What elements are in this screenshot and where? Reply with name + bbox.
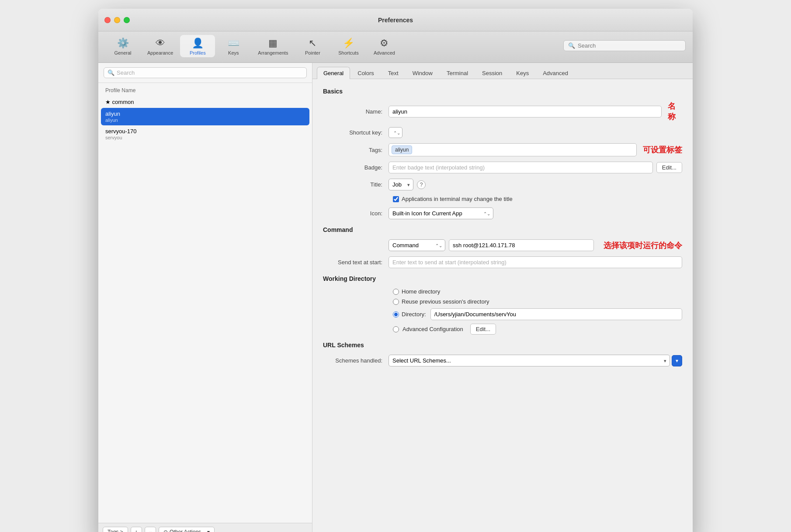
radio-directory-input[interactable] (393, 311, 399, 318)
add-profile-button[interactable]: + (131, 527, 142, 532)
title-label: Title: (323, 181, 389, 188)
tags-control: aliyun 可设置标签 (389, 143, 682, 156)
search-icon: 🔍 (568, 42, 575, 49)
profile-item-aliyun[interactable]: aliyun aliyun (101, 108, 309, 125)
fullscreen-button[interactable] (124, 17, 130, 23)
sub-tabs: General Colors Text Window Terminal Sess… (312, 63, 693, 79)
badge-edit-button[interactable]: Edit... (656, 162, 682, 173)
sidebar-search-inner: 🔍 (104, 67, 307, 78)
badge-row-inner: Edit... (389, 162, 682, 173)
close-button[interactable] (104, 17, 111, 23)
shortcut-key-wrapper (389, 127, 402, 138)
title-select-wrap: Job (389, 179, 413, 190)
icon-select[interactable]: Built-in Icon for Current App (389, 207, 493, 219)
name-input[interactable] (389, 106, 662, 117)
profiles-icon: 👤 (192, 38, 204, 49)
toolbar-item-general[interactable]: ⚙️ General (105, 35, 140, 57)
radio-home-label: Home directory (402, 288, 440, 295)
schemes-control: Select URL Schemes... ▾ (389, 355, 682, 366)
shortcut-key-label: Shortcut key: (323, 129, 389, 136)
toolbar-item-arrangements[interactable]: ▦ Arrangements (252, 35, 294, 57)
icon-row: Icon: Built-in Icon for Current App (323, 207, 682, 219)
advanced-config-edit-button[interactable]: Edit... (470, 324, 496, 335)
profile-list-header: Profile Name (101, 86, 309, 96)
tab-session[interactable]: Session (475, 67, 509, 79)
shortcut-select (389, 127, 682, 138)
toolbar-label-general: General (114, 50, 131, 55)
tab-text[interactable]: Text (382, 67, 405, 79)
radio-home: Home directory (393, 288, 682, 295)
toolbar-search: 🔍 (563, 40, 686, 51)
title-help-button[interactable]: ? (417, 180, 426, 189)
title-row-inner: Job ? (389, 179, 682, 190)
minimize-button[interactable] (114, 17, 120, 23)
tab-general[interactable]: General (317, 67, 350, 79)
profile-subtitle-aliyun: aliyun (105, 117, 305, 123)
profile-item-common[interactable]: ★ common (101, 96, 309, 108)
main-content: 🔍 Profile Name ★ common aliyun aliyun se… (98, 63, 693, 532)
name-row: Name: 名称 (323, 101, 682, 122)
tags-field[interactable]: aliyun (389, 143, 637, 156)
directory-input[interactable] (430, 308, 682, 320)
working-dir-title: Working Directory (323, 275, 682, 282)
basics-section-title: Basics (323, 88, 682, 95)
toolbar-item-keys[interactable]: ⌨️ Keys (216, 35, 251, 57)
command-type-select[interactable]: Command (389, 239, 445, 251)
shortcuts-icon: ⚡ (343, 38, 354, 49)
toolbar-item-shortcuts[interactable]: ⚡ Shortcuts (331, 35, 366, 57)
send-text-row: Send text at start: (323, 256, 682, 268)
name-control: 名称 (389, 101, 682, 122)
profile-item-servyou[interactable]: servyou-170 servyou (101, 125, 309, 143)
tag-badge-aliyun: aliyun (392, 145, 412, 154)
tab-window[interactable]: Window (406, 67, 439, 79)
sidebar-search-input[interactable] (117, 69, 303, 76)
app-title-label: Applications in terminal may change the … (402, 196, 513, 202)
badge-label: Badge: (323, 164, 389, 171)
send-text-label: Send text at start: (323, 259, 389, 266)
shortcut-key-select[interactable] (389, 127, 402, 138)
toolbar-label-shortcuts: Shortcuts (338, 50, 358, 55)
tab-keys[interactable]: Keys (510, 67, 535, 79)
tab-advanced[interactable]: Advanced (536, 67, 575, 79)
schemes-label: Schemes handled: (323, 357, 389, 364)
title-select[interactable]: Job (389, 179, 413, 190)
badge-control: Edit... (389, 162, 682, 173)
shortcut-key-control (389, 127, 682, 138)
icon-select-wrap: Built-in Icon for Current App (389, 207, 493, 219)
command-input[interactable] (449, 239, 594, 251)
toolbar-item-advanced[interactable]: ⚙ Advanced (367, 35, 402, 57)
tab-colors[interactable]: Colors (351, 67, 381, 79)
tags-annotation: 可设置标签 (643, 145, 682, 155)
url-schemes-dropdown-button[interactable]: ▾ (672, 355, 682, 366)
command-row-inner: Command 选择该项时运行的命令 (389, 239, 682, 251)
badge-input[interactable] (389, 162, 653, 173)
send-text-input[interactable] (389, 256, 682, 268)
title-row: Title: Job ? (323, 179, 682, 190)
search-input[interactable] (578, 42, 681, 49)
url-schemes-select[interactable]: Select URL Schemes... (389, 355, 670, 366)
toolbar-item-profiles[interactable]: 👤 Profiles (180, 35, 215, 57)
sidebar-footer: Tags > + − ⊙ Other Actions... ▾ (98, 523, 312, 532)
toolbar-item-appearance[interactable]: 👁 Appearance (141, 35, 179, 57)
send-text-control (389, 256, 682, 268)
tab-terminal[interactable]: Terminal (440, 67, 475, 79)
profile-name-aliyun: aliyun (105, 111, 305, 117)
radio-reuse-input[interactable] (393, 299, 399, 305)
remove-profile-button[interactable]: − (145, 527, 156, 532)
keys-icon: ⌨️ (228, 38, 239, 49)
radio-home-input[interactable] (393, 289, 399, 295)
radio-directory: Directory: (393, 308, 682, 320)
radio-advanced-config-input[interactable] (393, 326, 399, 332)
profile-name-servyou: servyou-170 (105, 128, 305, 135)
url-schemes-title: URL Schemes (323, 342, 682, 349)
tags-button[interactable]: Tags > (103, 527, 128, 532)
profile-subtitle-servyou: servyou (105, 135, 305, 140)
sidebar: 🔍 Profile Name ★ common aliyun aliyun se… (98, 63, 312, 532)
name-annotation: 名称 (668, 101, 682, 122)
other-actions-button[interactable]: ⊙ Other Actions... ▾ (159, 527, 215, 532)
icon-label: Icon: (323, 210, 389, 217)
toolbar-item-pointer[interactable]: ↖ Pointer (295, 35, 330, 57)
app-title-checkbox[interactable] (393, 196, 399, 202)
toolbar-label-keys: Keys (228, 50, 239, 55)
radio-directory-label: Directory: (402, 311, 426, 318)
